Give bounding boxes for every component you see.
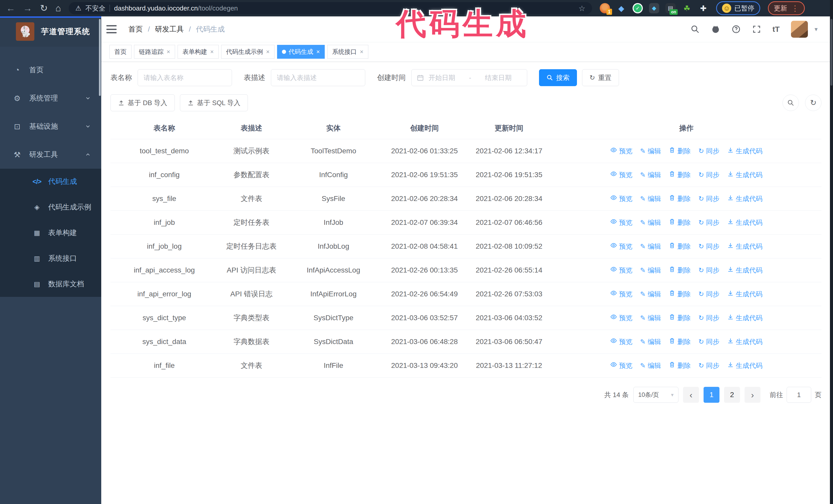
user-avatar[interactable] bbox=[791, 21, 808, 38]
reset-button[interactable]: ↻ 重置 bbox=[582, 69, 619, 86]
page-button-1[interactable]: 1 bbox=[704, 387, 719, 403]
action-sync[interactable]: ↻同步 bbox=[698, 217, 719, 228]
home-icon[interactable]: ⌂ bbox=[55, 4, 61, 13]
sidebar-item-3[interactable]: ⚒研发工具 bbox=[0, 141, 101, 169]
action-delete[interactable]: 删除 bbox=[669, 145, 691, 157]
back-icon[interactable]: ← bbox=[6, 4, 15, 13]
action-sync[interactable]: ↻同步 bbox=[698, 312, 719, 323]
page-scrollbar[interactable] bbox=[830, 0, 833, 504]
font-size-icon[interactable]: tT bbox=[772, 25, 780, 33]
action-edit[interactable]: ✎编辑 bbox=[640, 193, 661, 204]
action-edit[interactable]: ✎编辑 bbox=[640, 217, 661, 228]
action-generate-code[interactable]: 生成代码 bbox=[727, 169, 763, 181]
sidebar-scrollbar[interactable] bbox=[99, 19, 101, 96]
breadcrumb-tools[interactable]: 研发工具 bbox=[155, 24, 184, 34]
page-button-2[interactable]: 2 bbox=[724, 387, 740, 403]
search-icon[interactable] bbox=[690, 25, 700, 34]
ext-sliders-icon[interactable]: ◆ bbox=[649, 3, 659, 13]
goto-page-input[interactable] bbox=[787, 387, 811, 403]
import-sql-button[interactable]: 基于 SQL 导入 bbox=[180, 94, 248, 111]
action-generate-code[interactable]: 生成代码 bbox=[727, 312, 763, 323]
action-preview[interactable]: 预览 bbox=[610, 193, 632, 204]
table-desc-input[interactable] bbox=[271, 69, 365, 86]
import-db-button[interactable]: 基于 DB 导入 bbox=[111, 94, 175, 111]
menu-dots-icon[interactable]: ⋮ bbox=[791, 4, 799, 13]
close-icon[interactable]: × bbox=[210, 49, 214, 55]
scrollbar-thumb[interactable] bbox=[830, 19, 832, 86]
reload-icon[interactable]: ↻ bbox=[40, 4, 48, 13]
table-name-input[interactable] bbox=[138, 69, 232, 86]
action-generate-code[interactable]: 生成代码 bbox=[727, 193, 763, 204]
next-page-button[interactable]: › bbox=[744, 387, 760, 403]
action-sync[interactable]: ↻同步 bbox=[698, 336, 719, 347]
github-icon[interactable] bbox=[711, 25, 720, 34]
action-generate-code[interactable]: 生成代码 bbox=[727, 241, 763, 252]
sidebar-subitem-3[interactable]: ▥系统接口 bbox=[0, 246, 101, 271]
action-generate-code[interactable]: 生成代码 bbox=[727, 336, 763, 347]
action-sync[interactable]: ↻同步 bbox=[698, 265, 719, 276]
action-preview[interactable]: 预览 bbox=[610, 145, 632, 157]
tab-home[interactable]: 首页 bbox=[110, 45, 132, 59]
action-generate-code[interactable]: 生成代码 bbox=[727, 360, 763, 371]
action-delete[interactable]: 删除 bbox=[669, 360, 691, 371]
hamburger-icon[interactable] bbox=[106, 25, 117, 33]
action-sync[interactable]: ↻同步 bbox=[698, 288, 719, 300]
action-edit[interactable]: ✎编辑 bbox=[640, 169, 661, 181]
action-generate-code[interactable]: 生成代码 bbox=[727, 217, 763, 228]
action-sync[interactable]: ↻同步 bbox=[698, 360, 719, 371]
ext-orange-icon[interactable]: 1 bbox=[600, 3, 610, 13]
action-delete[interactable]: 删除 bbox=[669, 288, 691, 300]
sidebar-item-2[interactable]: ⊡基础设施 bbox=[0, 112, 101, 141]
action-generate-code[interactable]: 生成代码 bbox=[727, 288, 763, 300]
action-delete[interactable]: 删除 bbox=[669, 217, 691, 228]
close-icon[interactable]: × bbox=[167, 49, 170, 55]
fullscreen-icon[interactable] bbox=[752, 25, 761, 34]
tab-1[interactable]: 链路追踪× bbox=[134, 45, 175, 59]
prev-page-button[interactable]: ‹ bbox=[683, 387, 699, 403]
ext-diamond-icon[interactable]: ◆ bbox=[616, 3, 626, 13]
search-button[interactable]: 搜索 bbox=[539, 69, 577, 86]
paused-pill[interactable]: ☺ 已暂停 bbox=[716, 1, 760, 15]
action-preview[interactable]: 预览 bbox=[610, 312, 632, 323]
close-icon[interactable]: × bbox=[360, 49, 363, 55]
ext-green-check-icon[interactable]: ✓ bbox=[633, 3, 643, 13]
toggle-search-button[interactable] bbox=[783, 95, 799, 111]
action-edit[interactable]: ✎编辑 bbox=[640, 312, 661, 323]
action-sync[interactable]: ↻同步 bbox=[698, 169, 719, 181]
action-edit[interactable]: ✎编辑 bbox=[640, 288, 661, 300]
chevron-down-icon[interactable]: ▾ bbox=[814, 26, 818, 33]
action-delete[interactable]: 删除 bbox=[669, 193, 691, 204]
close-icon[interactable]: × bbox=[316, 49, 320, 55]
sidebar-subitem-4[interactable]: ▤数据库文档 bbox=[0, 271, 101, 297]
refresh-table-button[interactable]: ↻ bbox=[805, 95, 822, 111]
action-preview[interactable]: 预览 bbox=[610, 169, 632, 181]
tab-5[interactable]: 系统接口× bbox=[327, 45, 368, 59]
ext-green-animal-icon[interactable]: ☘ bbox=[682, 3, 692, 13]
sidebar-subitem-2[interactable]: ▦表单构建 bbox=[0, 220, 101, 246]
update-button[interactable]: 更新 ⋮ bbox=[768, 1, 805, 15]
action-edit[interactable]: ✎编辑 bbox=[640, 265, 661, 276]
action-edit[interactable]: ✎编辑 bbox=[640, 360, 661, 371]
action-preview[interactable]: 预览 bbox=[610, 217, 632, 228]
action-edit[interactable]: ✎编辑 bbox=[640, 241, 661, 252]
action-preview[interactable]: 预览 bbox=[610, 336, 632, 347]
action-sync[interactable]: ↻同步 bbox=[698, 241, 719, 252]
action-delete[interactable]: 删除 bbox=[669, 336, 691, 347]
bookmark-star-icon[interactable]: ☆ bbox=[578, 4, 586, 13]
forward-icon[interactable]: → bbox=[23, 4, 32, 13]
action-generate-code[interactable]: 生成代码 bbox=[727, 265, 763, 276]
action-edit[interactable]: ✎编辑 bbox=[640, 145, 661, 157]
action-delete[interactable]: 删除 bbox=[669, 265, 691, 276]
sidebar-subitem-1[interactable]: ◈代码生成示例 bbox=[0, 194, 101, 220]
help-icon[interactable] bbox=[732, 25, 741, 34]
action-delete[interactable]: 删除 bbox=[669, 312, 691, 323]
sidebar-subitem-0[interactable]: </>代码生成 bbox=[0, 169, 101, 194]
sidebar-item-0[interactable]: ◔首页 bbox=[0, 56, 101, 84]
app-logo[interactable]: 🐇 芋道管理系统 bbox=[0, 17, 101, 47]
close-icon[interactable]: × bbox=[266, 49, 270, 55]
page-size-select[interactable]: 10条/页 ▾ bbox=[633, 387, 679, 403]
action-edit[interactable]: ✎编辑 bbox=[640, 336, 661, 347]
tab-3[interactable]: 代码生成示例× bbox=[221, 45, 275, 59]
action-sync[interactable]: ↻同步 bbox=[698, 193, 719, 204]
tab-2[interactable]: 表单构建× bbox=[177, 45, 219, 59]
